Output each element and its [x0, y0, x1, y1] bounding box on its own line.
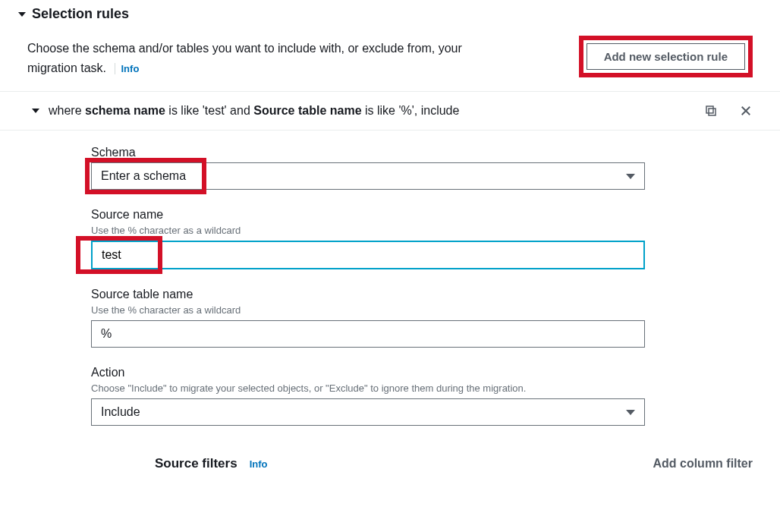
- filters-info-link[interactable]: Info: [250, 458, 268, 470]
- form-body: Schema Enter a schema Source name Use th…: [0, 131, 780, 426]
- rule-suffix: is like '%', include: [362, 104, 460, 117]
- source-table-label: Source table name: [91, 288, 753, 301]
- rule-collapse-icon[interactable]: [32, 109, 39, 113]
- add-selection-rule-button[interactable]: Add new selection rule: [587, 43, 745, 70]
- source-name-hint: Use the % character as a wildcard: [91, 225, 753, 236]
- chevron-down-icon: [626, 174, 635, 179]
- schema-placeholder: Enter a schema: [101, 169, 186, 183]
- source-filters-row: Source filters Info Add column filter: [0, 444, 780, 483]
- section-header: Selection rules: [0, 0, 780, 28]
- add-column-filter-button[interactable]: Add column filter: [653, 457, 753, 471]
- source-table-field: Source table name Use the % character as…: [91, 288, 753, 348]
- source-filters-title: Source filters: [155, 456, 237, 471]
- rule-header: where schema name is like 'test' and Sou…: [0, 92, 780, 131]
- schema-select-wrap: Enter a schema: [91, 162, 753, 190]
- info-link[interactable]: Info: [115, 63, 140, 74]
- schema-field: Schema Enter a schema: [91, 146, 753, 190]
- svg-rect-0: [709, 109, 716, 115]
- rule-summary: where schema name is like 'test' and Sou…: [49, 104, 459, 118]
- source-table-value: %: [101, 327, 112, 341]
- rule-header-left: where schema name is like 'test' and Sou…: [32, 104, 459, 118]
- action-value: Include: [101, 405, 140, 419]
- action-field: Action Choose "Include" to migrate your …: [91, 366, 753, 426]
- description-row: Choose the schema and/or tables you want…: [0, 28, 780, 92]
- copy-icon[interactable]: [704, 104, 718, 118]
- action-select[interactable]: Include: [91, 398, 645, 426]
- rule-schema: schema name: [85, 104, 165, 117]
- close-icon[interactable]: [739, 104, 753, 118]
- rule-table: Source table name: [253, 104, 361, 117]
- schema-select[interactable]: Enter a schema: [91, 162, 645, 190]
- action-label: Action: [91, 366, 753, 379]
- section-description: Choose the schema and/or tables you want…: [27, 39, 513, 77]
- source-table-input[interactable]: %: [91, 320, 645, 348]
- section-title: Selection rules: [32, 6, 129, 22]
- source-name-field: Source name Use the % character as a wil…: [91, 208, 753, 269]
- collapse-icon[interactable]: [18, 12, 26, 17]
- source-name-wrap: [91, 241, 753, 269]
- add-rule-highlight: Add new selection rule: [579, 36, 753, 77]
- svg-rect-1: [706, 106, 713, 113]
- schema-label: Schema: [91, 146, 753, 159]
- source-name-input[interactable]: [91, 241, 645, 269]
- source-filters-left: Source filters Info: [155, 456, 267, 471]
- rule-mid: is like 'test' and: [165, 104, 253, 117]
- description-text: Choose the schema and/or tables you want…: [27, 42, 462, 74]
- chevron-down-icon: [626, 410, 635, 415]
- rule-prefix: where: [49, 104, 85, 117]
- source-name-label: Source name: [91, 208, 753, 222]
- action-hint: Choose "Include" to migrate your selecte…: [91, 382, 753, 394]
- source-table-hint: Use the % character as a wildcard: [91, 304, 753, 316]
- rule-actions: [704, 104, 753, 118]
